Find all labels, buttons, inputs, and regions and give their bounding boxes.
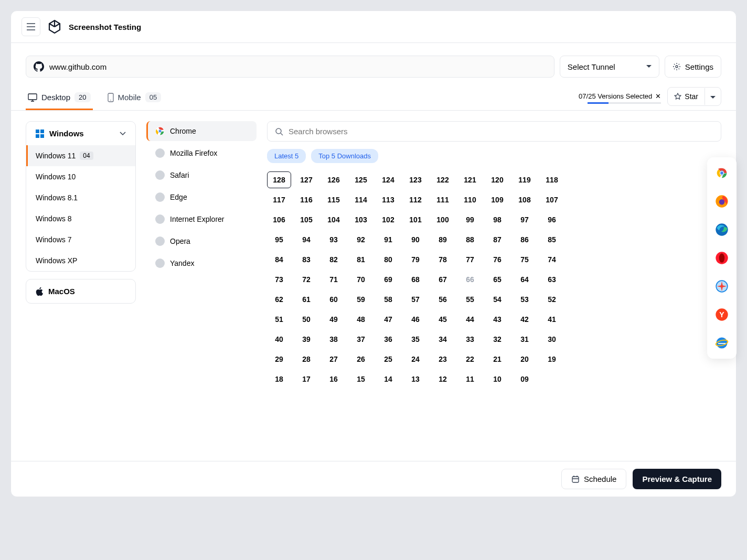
version-46[interactable]: 46 [403, 311, 428, 328]
version-65[interactable]: 65 [485, 271, 509, 288]
browser-item-safari[interactable]: Safari [146, 165, 257, 185]
os-item-windows-xp[interactable]: Windows XP [26, 250, 135, 271]
version-68[interactable]: 68 [403, 271, 428, 288]
version-20[interactable]: 20 [513, 351, 537, 368]
browser-item-yandex[interactable]: Yandex [146, 253, 257, 273]
os-windows-header[interactable]: Windows [26, 122, 135, 145]
version-82[interactable]: 82 [322, 251, 346, 268]
version-84[interactable]: 84 [267, 251, 291, 268]
os-item-windows-8[interactable]: Windows 8 [26, 208, 135, 229]
version-73[interactable]: 73 [267, 271, 291, 288]
os-item-windows-7[interactable]: Windows 7 [26, 229, 135, 250]
tab-mobile[interactable]: Mobile 05 [105, 86, 164, 110]
version-42[interactable]: 42 [513, 311, 537, 328]
version-78[interactable]: 78 [431, 251, 455, 268]
version-127[interactable]: 127 [294, 171, 318, 188]
version-128[interactable]: 128 [267, 171, 291, 188]
version-83[interactable]: 83 [294, 251, 318, 268]
settings-button[interactable]: Settings [665, 56, 721, 78]
float-firefox[interactable] [712, 192, 731, 211]
version-102[interactable]: 102 [376, 211, 400, 228]
os-item-windows-11[interactable]: Windows 1104 [26, 145, 135, 166]
float-yandex[interactable]: Y [712, 305, 731, 324]
os-item-windows-8.1[interactable]: Windows 8.1 [26, 187, 135, 208]
version-19[interactable]: 19 [540, 351, 564, 368]
version-18[interactable]: 18 [267, 371, 291, 387]
star-dropdown[interactable] [705, 88, 721, 105]
version-54[interactable]: 54 [485, 291, 509, 308]
version-116[interactable]: 116 [294, 191, 318, 208]
version-95[interactable]: 95 [267, 231, 291, 248]
version-49[interactable]: 49 [322, 311, 346, 328]
version-55[interactable]: 55 [458, 291, 482, 308]
version-67[interactable]: 67 [431, 271, 455, 288]
version-56[interactable]: 56 [431, 291, 455, 308]
version-96[interactable]: 96 [540, 211, 564, 228]
version-21[interactable]: 21 [485, 351, 509, 368]
os-macos-header[interactable]: MacOS [26, 279, 135, 303]
float-opera[interactable] [712, 249, 731, 267]
version-39[interactable]: 39 [294, 331, 318, 348]
version-30[interactable]: 30 [540, 331, 564, 348]
version-88[interactable]: 88 [458, 231, 482, 248]
version-16[interactable]: 16 [322, 371, 346, 387]
browser-item-mozilla-firefox[interactable]: Mozilla Firefox [146, 143, 257, 163]
version-22[interactable]: 22 [458, 351, 482, 368]
version-98[interactable]: 98 [485, 211, 509, 228]
version-40[interactable]: 40 [267, 331, 291, 348]
version-52[interactable]: 52 [540, 291, 564, 308]
version-121[interactable]: 121 [458, 171, 482, 188]
search-input[interactable] [289, 127, 713, 136]
version-38[interactable]: 38 [322, 331, 346, 348]
version-28[interactable]: 28 [294, 351, 318, 368]
browser-item-internet-explorer[interactable]: Internet Explorer [146, 209, 257, 229]
pill-top-5-downloads[interactable]: Top 5 Downloads [311, 149, 378, 163]
version-72[interactable]: 72 [294, 271, 318, 288]
version-31[interactable]: 31 [513, 331, 537, 348]
version-69[interactable]: 69 [376, 271, 400, 288]
version-97[interactable]: 97 [513, 211, 537, 228]
version-99[interactable]: 99 [458, 211, 482, 228]
float-chrome[interactable] [712, 164, 731, 182]
version-15[interactable]: 15 [349, 371, 373, 387]
version-117[interactable]: 117 [267, 191, 291, 208]
version-92[interactable]: 92 [349, 231, 373, 248]
version-53[interactable]: 53 [513, 291, 537, 308]
version-23[interactable]: 23 [431, 351, 455, 368]
version-90[interactable]: 90 [403, 231, 428, 248]
version-79[interactable]: 79 [403, 251, 428, 268]
version-48[interactable]: 48 [349, 311, 373, 328]
version-109[interactable]: 109 [485, 191, 509, 208]
version-43[interactable]: 43 [485, 311, 509, 328]
version-115[interactable]: 115 [322, 191, 346, 208]
version-81[interactable]: 81 [349, 251, 373, 268]
version-108[interactable]: 108 [513, 191, 537, 208]
version-36[interactable]: 36 [376, 331, 400, 348]
version-63[interactable]: 63 [540, 271, 564, 288]
menu-button[interactable] [22, 17, 40, 36]
version-64[interactable]: 64 [513, 271, 537, 288]
version-10[interactable]: 10 [485, 371, 509, 387]
version-32[interactable]: 32 [485, 331, 509, 348]
version-34[interactable]: 34 [431, 331, 455, 348]
version-106[interactable]: 106 [267, 211, 291, 228]
version-94[interactable]: 94 [294, 231, 318, 248]
version-105[interactable]: 105 [294, 211, 318, 228]
browser-search[interactable] [267, 121, 721, 142]
version-114[interactable]: 114 [349, 191, 373, 208]
version-85[interactable]: 85 [540, 231, 564, 248]
version-17[interactable]: 17 [294, 371, 318, 387]
version-26[interactable]: 26 [349, 351, 373, 368]
pill-latest-5[interactable]: Latest 5 [267, 149, 306, 163]
version-70[interactable]: 70 [349, 271, 373, 288]
version-126[interactable]: 126 [322, 171, 346, 188]
url-input-box[interactable] [26, 56, 554, 78]
version-44[interactable]: 44 [458, 311, 482, 328]
version-120[interactable]: 120 [485, 171, 509, 188]
version-100[interactable]: 100 [431, 211, 455, 228]
float-safari[interactable] [712, 277, 731, 296]
version-74[interactable]: 74 [540, 251, 564, 268]
version-66[interactable]: 66 [458, 271, 482, 288]
version-13[interactable]: 13 [403, 371, 428, 387]
version-91[interactable]: 91 [376, 231, 400, 248]
